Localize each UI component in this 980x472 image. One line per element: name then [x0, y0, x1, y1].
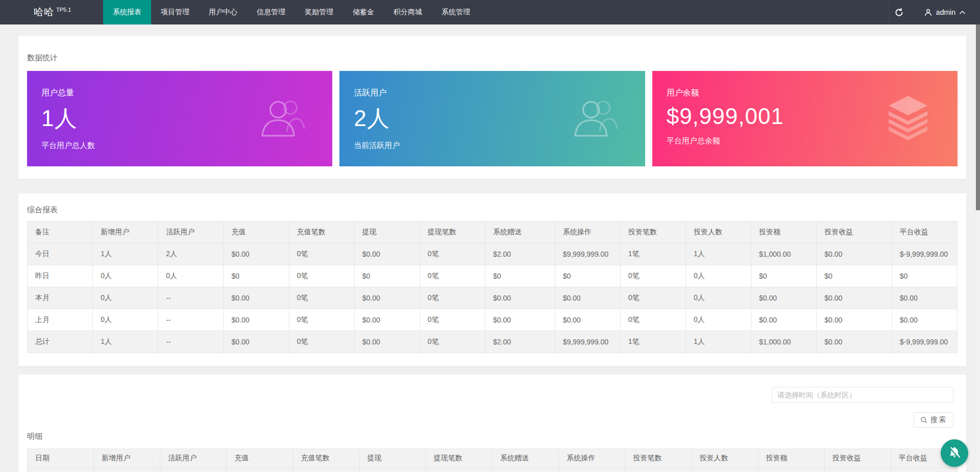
- nav-item[interactable]: 用户中心: [199, 0, 247, 24]
- table-cell: --: [158, 309, 224, 331]
- table-cell: $0: [485, 265, 555, 287]
- table-cell: 0笔: [289, 287, 354, 309]
- table-cell: 0笔: [426, 468, 492, 472]
- table-cell: $0.00: [224, 243, 289, 265]
- detail-table-row: 2023-10-010人0人$0.000笔$0.000笔$0.00$0.000笔…: [28, 468, 958, 472]
- table-cell: 0笔: [420, 287, 485, 309]
- nav-item[interactable]: 积分商城: [384, 0, 432, 24]
- table-cell: $0.00: [224, 287, 289, 309]
- table-cell: $0: [354, 265, 420, 287]
- user-menu[interactable]: admin: [924, 8, 966, 17]
- table-cell: 0人: [685, 309, 751, 331]
- detail-section-title: 明细: [18, 432, 966, 449]
- detail-column-header: 系统操作: [559, 449, 625, 468]
- table-cell: 0人: [93, 287, 158, 309]
- detail-table: 日期新增用户活跃用户充值充值笔数提现提现笔数系统赠送系统操作投资笔数投资人数投资…: [27, 449, 958, 472]
- table-cell: $-9,999,999.00: [892, 243, 957, 265]
- table-cell: $0.00: [354, 243, 420, 265]
- table-cell: $0.00: [354, 287, 420, 309]
- detail-column-header: 投资额: [758, 449, 824, 468]
- table-cell: 1笔: [620, 331, 685, 353]
- table-cell: 0笔: [289, 309, 354, 331]
- table-cell: $0.00: [758, 468, 824, 472]
- table-cell: 0人: [692, 468, 758, 472]
- table-cell: $0.00: [485, 309, 555, 331]
- table-cell: $0: [224, 265, 289, 287]
- username: admin: [936, 8, 955, 16]
- table-cell: 2023-10-01: [28, 468, 94, 472]
- table-cell: $2.00: [485, 243, 555, 265]
- nav-item[interactable]: 系统管理: [432, 0, 480, 24]
- table-cell: $0.00: [555, 309, 620, 331]
- detail-column-header: 投资收益: [824, 449, 891, 468]
- nav-item[interactable]: 系统报表: [103, 0, 151, 24]
- table-cell: $0.00: [892, 309, 957, 331]
- table-cell: $0.00: [227, 468, 293, 472]
- report-table-wrap: 备注新增用户活跃用户充值充值笔数提现提现笔数系统赠送系统操作投资笔数投资人数投资…: [18, 221, 966, 366]
- app-logo[interactable]: 哈哈TP5.1: [0, 0, 103, 24]
- table-cell: 0人: [93, 265, 158, 287]
- table-cell: $0: [555, 265, 620, 287]
- top-navbar: 哈哈TP5.1 系统报表项目管理用户中心信息管理奖励管理储蓄金积分商城系统管理 …: [0, 0, 980, 24]
- table-cell: 今日: [28, 243, 93, 265]
- users-icon: [259, 97, 306, 141]
- table-cell: 0笔: [289, 331, 354, 353]
- nav-item-label: 系统报表: [113, 8, 141, 17]
- detail-panel: 搜索 明细 日期新增用户活跃用户充值充值笔数提现提现笔数系统赠送系统操作投资笔数…: [18, 375, 966, 472]
- layers-icon: [885, 95, 931, 143]
- table-cell: $0: [751, 265, 817, 287]
- report-table-row: 昨日0人0人$00笔$00笔$0$00笔0人$0$0$0: [28, 265, 958, 287]
- report-panel: 综合报表 备注新增用户活跃用户充值充值笔数提现提现笔数系统赠送系统操作投资笔数投…: [18, 193, 966, 366]
- table-cell: 1人: [685, 243, 751, 265]
- table-cell: $0.00: [751, 309, 817, 331]
- report-column-header: 提现: [354, 221, 420, 243]
- report-section-title: 综合报表: [18, 193, 966, 221]
- nav-item-label: 储蓄金: [353, 8, 374, 17]
- scrollbar-thumb[interactable]: [976, 24, 980, 210]
- stats-section-title: 数据统计: [18, 36, 966, 71]
- table-cell: $-9,999,999.00: [892, 331, 957, 353]
- nav-item-label: 系统管理: [442, 8, 470, 17]
- table-cell: $0.00: [892, 287, 957, 309]
- report-column-header: 投资人数: [685, 221, 751, 243]
- notification-toggle-button[interactable]: [941, 439, 968, 467]
- report-column-header: 投资笔数: [620, 221, 685, 243]
- table-cell: 0笔: [289, 265, 354, 287]
- table-cell: $0: [892, 265, 957, 287]
- search-row: [18, 387, 966, 403]
- nav-item-label: 信息管理: [257, 8, 285, 17]
- table-cell: $0.00: [354, 331, 420, 353]
- table-cell: --: [158, 287, 224, 309]
- nav-item-label: 项目管理: [161, 8, 189, 17]
- stats-panel: 数据统计 用户总量 1人 平台用户总人数: [18, 36, 966, 179]
- report-column-header: 系统赠送: [485, 221, 555, 243]
- table-cell: 0笔: [420, 331, 485, 353]
- table-cell: $0.00: [817, 331, 892, 353]
- stat-card: 用户总量 1人 平台用户总人数: [27, 71, 332, 166]
- table-cell: 0人: [685, 287, 751, 309]
- report-column-header: 充值: [224, 221, 289, 243]
- refresh-icon[interactable]: [889, 0, 910, 24]
- table-cell: 0人: [94, 468, 160, 472]
- user-icon: [924, 8, 933, 17]
- table-cell: 总计: [28, 331, 93, 353]
- table-cell: $9,999,999.00: [555, 243, 620, 265]
- report-column-header: 提现笔数: [420, 221, 485, 243]
- nav-item[interactable]: 信息管理: [247, 0, 295, 24]
- nav-item[interactable]: 项目管理: [151, 0, 199, 24]
- nav-item-label: 奖励管理: [305, 8, 333, 17]
- nav-item[interactable]: 奖励管理: [295, 0, 343, 24]
- table-cell: 0笔: [420, 265, 485, 287]
- table-cell: 0人: [158, 265, 224, 287]
- report-column-header: 充值笔数: [289, 221, 354, 243]
- detail-table-wrap: 日期新增用户活跃用户充值充值笔数提现提现笔数系统赠送系统操作投资笔数投资人数投资…: [18, 449, 966, 472]
- time-range-input[interactable]: [772, 387, 953, 403]
- nav-item-label: 用户中心: [209, 8, 237, 17]
- search-button-row: 搜索: [18, 403, 966, 428]
- search-button-label: 搜索: [930, 415, 947, 425]
- nav-item[interactable]: 储蓄金: [343, 0, 384, 24]
- report-column-header: 系统操作: [555, 221, 620, 243]
- search-button[interactable]: 搜索: [914, 412, 953, 428]
- detail-column-header: 提现: [359, 449, 426, 468]
- vertical-scrollbar[interactable]: [976, 24, 980, 472]
